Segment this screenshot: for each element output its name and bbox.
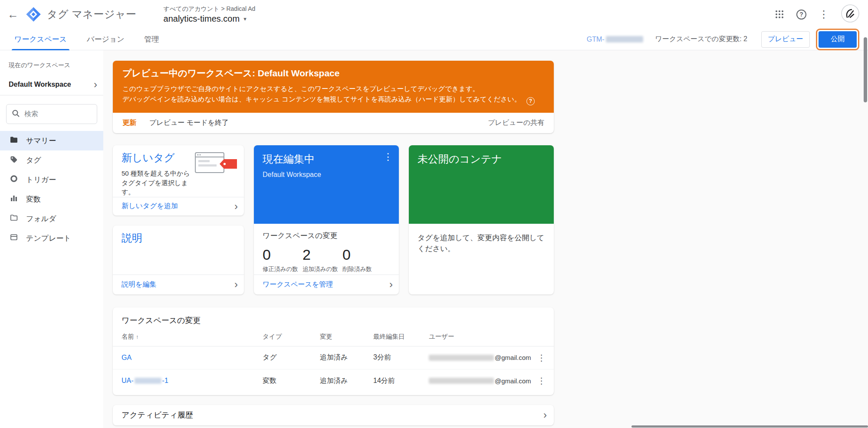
sidebar-item-label: フォルダ <box>26 214 56 224</box>
sidebar: 現在のワークスペース Default Workspace › <box>0 50 103 428</box>
sidebar-item-label: タグ <box>26 155 41 165</box>
now-editing-header: 現在編集中 Default Workspace ⋮ <box>254 145 399 224</box>
preview-banner-line1: このウェブブラウザでご自身のサイトにアクセスすると、このワークスペースをプレビュ… <box>122 84 544 94</box>
row-more-icon[interactable]: ⋮ <box>531 376 552 386</box>
sidebar-item-templates[interactable]: テンプレート <box>0 229 103 248</box>
preview-banner-line2: デバッグペインを読み込めない場合は、キャッシュ コンテンツを無視してサイトを再読… <box>122 94 544 105</box>
sidebar-item-label: テンプレート <box>26 233 71 243</box>
sort-asc-icon: ↑ <box>136 333 139 340</box>
edit-description-action[interactable]: 説明を編集 › <box>113 274 244 294</box>
refresh-link[interactable]: 更新 <box>122 118 136 127</box>
publish-highlight-ring: 公開 <box>816 29 859 50</box>
account-block: すべてのアカウント > Radical Ad analytics-times.c… <box>164 5 256 24</box>
main-content: プレビュー中のワークスペース: Default Workspace このウェブブ… <box>103 50 868 428</box>
banner-help-icon[interactable]: ? <box>526 97 535 105</box>
variables-icon <box>10 194 18 205</box>
email-redacted <box>429 355 494 361</box>
workspace-changes-stats: 0 修正済みの数 2 追加済みの数 0 削除済み数 <box>254 246 399 273</box>
preview-banner: プレビュー中のワークスペース: Default Workspace このウェブブ… <box>113 61 554 133</box>
sidebar-item-label: トリガー <box>26 175 56 185</box>
container-selector[interactable]: analytics-times.com ▾ <box>164 14 256 24</box>
add-new-tag-action[interactable]: 新しいタグを追加 › <box>113 197 244 216</box>
description-title: 説明 <box>122 231 235 245</box>
new-tag-card: 新しいタグ 50 種類を超える中からタグタイプを選択します。 <box>113 145 244 216</box>
manage-workspace-action[interactable]: ワークスペースを管理 › <box>254 274 399 294</box>
chevron-right-icon: › <box>543 410 547 420</box>
table-row: UA--1 変数 追加済み 14分前 @gmail.com ⋮ <box>113 369 554 392</box>
sidebar-item-tags[interactable]: タグ <box>0 150 103 170</box>
tabbar: ワークスペース バージョン 管理 GTM- ワークスペースでの変更数: 2 プレ… <box>0 29 868 50</box>
app-title: タグ マネージャー <box>47 7 137 21</box>
workspace-selector[interactable]: Default Workspace › <box>0 74 103 95</box>
preview-banner-orange: プレビュー中のワークスペース: Default Workspace このウェブブ… <box>113 61 554 113</box>
topbar-actions: ? ⋮ <box>775 4 859 24</box>
back-button[interactable]: ← <box>3 5 23 24</box>
workspace-changes-title: ワークスペースの変更 <box>254 231 399 241</box>
description-card: 説明 説明を編集 › <box>113 225 244 294</box>
template-icon <box>10 233 18 244</box>
sidebar-item-variables[interactable]: 変数 <box>0 189 103 209</box>
tag-icon <box>10 155 18 166</box>
overview-icon <box>10 135 18 146</box>
sidebar-item-label: 変数 <box>26 194 41 204</box>
summary-cards: 新しいタグ 50 種類を超える中からタグタイプを選択します。 <box>113 145 554 294</box>
sidebar-item-label: サマリー <box>26 136 56 146</box>
new-tag-desc: 50 種類を超える中からタグタイプを選択します。 <box>122 169 194 197</box>
current-workspace-label: 現在のワークスペース <box>9 62 103 69</box>
col-name[interactable]: 名前↑ <box>122 333 263 341</box>
publish-button[interactable]: 公開 <box>819 31 857 48</box>
row-name-link[interactable]: GA <box>122 354 132 362</box>
activity-history-card[interactable]: アクティビティ履歴 › <box>113 405 554 425</box>
now-editing-title: 現在編集中 <box>263 152 393 166</box>
tab-versions[interactable]: バージョン <box>87 29 125 50</box>
gtm-logo-icon <box>25 6 42 23</box>
col-change[interactable]: 変更 <box>320 333 373 341</box>
activity-history-title: アクティビティ履歴 <box>122 410 193 420</box>
table-title: ワークスペースの変更 <box>113 315 554 326</box>
sidebar-search[interactable] <box>6 104 97 124</box>
chevron-down-icon: ▾ <box>243 16 247 22</box>
gtm-id-prefix: GTM- <box>587 36 605 43</box>
sidebar-item-folders[interactable]: フォルダ <box>0 209 103 229</box>
chevron-right-icon: › <box>94 79 97 90</box>
sidebar-item-triggers[interactable]: トリガー <box>0 170 103 189</box>
new-tag-illustration <box>194 151 240 197</box>
avatar[interactable] <box>841 4 859 24</box>
search-icon <box>12 109 20 119</box>
unpublished-title: 未公開のコンテナ <box>409 145 554 224</box>
search-input[interactable] <box>24 110 89 118</box>
table-header: 名前↑ タイプ 変更 最終編集日 ユーザー <box>113 327 554 346</box>
chevron-right-icon: › <box>234 201 238 212</box>
col-type[interactable]: タイプ <box>263 333 320 341</box>
col-edited[interactable]: 最終編集日 <box>373 333 429 341</box>
chevron-right-icon: › <box>389 279 393 290</box>
horizontal-scrollbar[interactable] <box>631 425 868 428</box>
card-more-icon[interactable]: ⋮ <box>383 151 393 163</box>
folder-icon <box>10 213 18 224</box>
sidebar-item-overview[interactable]: サマリー <box>0 131 103 150</box>
preview-button[interactable]: プレビュー <box>761 31 810 48</box>
tab-workspace[interactable]: ワークスペース <box>14 29 67 50</box>
stat-deleted: 0 削除済み数 <box>342 246 382 273</box>
row-more-icon[interactable]: ⋮ <box>531 353 552 363</box>
preview-banner-actions: 更新 プレビュー モードを終了 プレビューの共有 <box>113 113 554 133</box>
tab-admin[interactable]: 管理 <box>145 29 159 50</box>
workspace-name: Default Workspace <box>9 81 71 88</box>
ua-id-redacted <box>135 378 161 384</box>
now-editing-card: 現在編集中 Default Workspace ⋮ ワークスペースの変更 0 修… <box>254 145 399 294</box>
exit-preview-link[interactable]: プレビュー モードを終了 <box>149 118 229 127</box>
apps-grid-icon[interactable] <box>775 10 784 19</box>
vertical-scrollbar[interactable] <box>864 37 867 102</box>
help-icon[interactable]: ? <box>796 10 806 20</box>
topbar: ← タグ マネージャー すべてのアカウント > Radical Ad analy… <box>0 0 868 29</box>
row-name-link[interactable]: UA- <box>122 377 134 385</box>
share-preview-link[interactable]: プレビューの共有 <box>488 118 544 127</box>
more-menu-icon[interactable]: ⋮ <box>819 8 829 20</box>
workspace-changes-table: ワークスペースの変更 名前↑ タイプ 変更 最終編集日 ユーザー GA <box>113 307 554 395</box>
gtm-app: ← タグ マネージャー すべてのアカウント > Radical Ad analy… <box>0 0 868 428</box>
gtm-container-id[interactable]: GTM- <box>587 36 643 43</box>
col-user[interactable]: ユーザー <box>429 333 529 341</box>
new-tag-title: 新しいタグ <box>122 151 194 165</box>
row-user: @gmail.com <box>429 377 531 385</box>
breadcrumb: すべてのアカウント > Radical Ad <box>164 5 256 13</box>
